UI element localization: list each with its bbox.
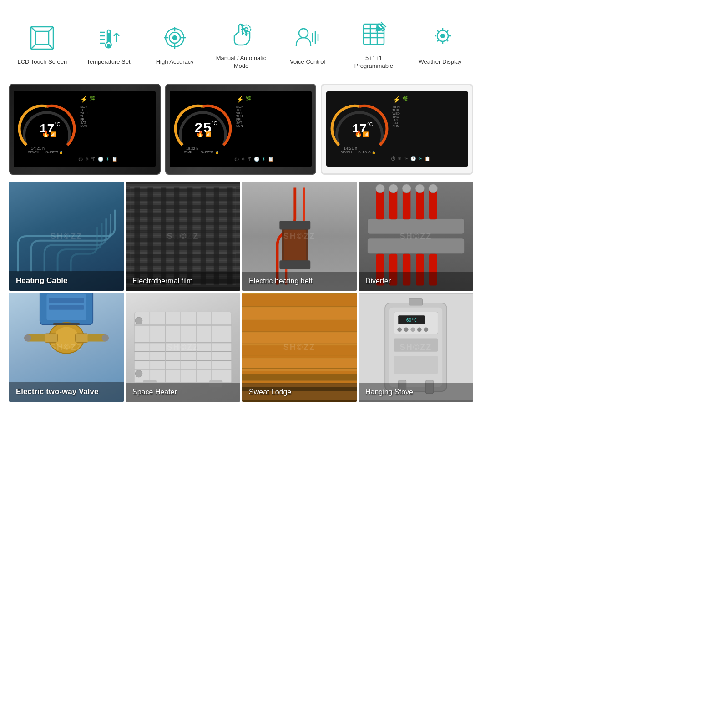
svg-rect-86 bbox=[279, 221, 310, 229]
svg-text:60°C: 60°C bbox=[406, 318, 417, 323]
svg-point-102 bbox=[402, 184, 411, 192]
svg-text:🔒: 🔒 bbox=[215, 150, 219, 154]
feature-temp-label: Temperature Set bbox=[86, 58, 130, 66]
product-sweat-lodge: SH©ZZ Sweat Lodge bbox=[242, 293, 357, 402]
thermostat-dark: 25 °C 18:22 h Set 32°C 🔒 🔥 📶 5%RH ⚡ 🌿 bbox=[165, 84, 317, 175]
thermostats-section: 17 °C 14:21 h Set 28°C 🔒 🔥 📶 57%RH bbox=[9, 84, 473, 175]
weather-icon bbox=[424, 22, 456, 54]
svg-point-24 bbox=[299, 29, 308, 38]
screen-right-dark: ⚡ 🌿 MON TUE WED THU FRI SAT SUN ⏻ bbox=[233, 95, 308, 163]
svg-point-161 bbox=[410, 327, 415, 332]
product-label-heating-cable: Heating Cable bbox=[9, 271, 124, 291]
thermometer-icon bbox=[93, 22, 125, 54]
svg-line-43 bbox=[447, 30, 448, 32]
svg-line-1 bbox=[31, 27, 35, 31]
svg-line-41 bbox=[447, 40, 448, 41]
screen-right-white: ⚡ 🌿 MON TUE WED THU FRI SAT SUN ⏻ bbox=[389, 95, 465, 163]
svg-text:18:22 h: 18:22 h bbox=[186, 147, 198, 151]
feature-accuracy-label: High Accuracy bbox=[156, 58, 194, 66]
svg-point-115 bbox=[24, 334, 31, 342]
svg-point-17 bbox=[173, 36, 177, 40]
product-label-space-heater: Space Heater bbox=[126, 383, 240, 402]
feature-programmable: 5+1+1 Programmable bbox=[346, 18, 401, 70]
svg-text:14:21 h: 14:21 h bbox=[344, 146, 357, 151]
product-label-belt: Electric heating belt bbox=[242, 272, 357, 291]
svg-point-132 bbox=[135, 317, 142, 324]
feature-prog-label: 5+1+1 Programmable bbox=[346, 55, 401, 70]
svg-rect-89 bbox=[367, 238, 464, 254]
svg-text:📶: 📶 bbox=[363, 131, 369, 137]
thermostat-white: 17 °C 14:21 h Set 28°C 🔒 🔥 📶 57%RH ⚡ 🌿 bbox=[321, 84, 473, 175]
svg-rect-108 bbox=[49, 305, 84, 310]
svg-point-104 bbox=[429, 184, 437, 192]
svg-rect-111 bbox=[45, 334, 58, 342]
svg-point-160 bbox=[404, 327, 409, 332]
feature-manual-auto: Manual / Automatic Mode bbox=[214, 18, 268, 70]
svg-text:5%RH: 5%RH bbox=[184, 151, 193, 154]
svg-rect-88 bbox=[367, 218, 464, 234]
lcd-icon bbox=[26, 22, 58, 54]
hand-icon bbox=[225, 18, 257, 50]
svg-rect-107 bbox=[49, 298, 84, 303]
svg-line-2 bbox=[49, 27, 53, 31]
svg-rect-81 bbox=[201, 187, 206, 284]
svg-text:32°C: 32°C bbox=[205, 150, 213, 154]
svg-point-10 bbox=[107, 44, 111, 47]
svg-text:°C: °C bbox=[55, 121, 60, 127]
svg-rect-82 bbox=[214, 187, 219, 284]
svg-rect-72 bbox=[130, 187, 236, 284]
product-heating-belt: SH©ZZ Electric heating belt bbox=[242, 182, 357, 291]
svg-rect-168 bbox=[394, 356, 438, 374]
feature-weather-label: Weather Display bbox=[418, 58, 461, 66]
feature-accuracy: High Accuracy bbox=[147, 22, 202, 66]
product-label-valve: Electric two-way Valve bbox=[9, 382, 124, 402]
svg-text:🔥: 🔥 bbox=[42, 130, 50, 138]
svg-text:🔥: 🔥 bbox=[196, 130, 204, 138]
svg-rect-80 bbox=[187, 187, 193, 284]
product-label-diverter: Diverter bbox=[359, 272, 473, 291]
products-grid: SH©ZZ Heating Cable SH©ZZ bbox=[9, 182, 473, 402]
thermostat-black: 17 °C 14:21 h Set 28°C 🔒 🔥 📶 57%RH bbox=[9, 84, 161, 175]
screen-right-black: ⚡ 🌿 MON TUE WED THU FRI SAT SUN bbox=[76, 95, 152, 163]
product-diverter: SH©ZZ Diverter bbox=[359, 182, 473, 291]
svg-point-44 bbox=[440, 34, 445, 38]
svg-text:°C: °C bbox=[212, 121, 217, 126]
svg-text:🔒: 🔒 bbox=[372, 150, 376, 154]
svg-rect-76 bbox=[134, 187, 140, 284]
svg-rect-112 bbox=[75, 334, 88, 342]
svg-rect-77 bbox=[147, 187, 153, 284]
svg-rect-151 bbox=[242, 374, 357, 380]
svg-text:📶: 📶 bbox=[205, 131, 212, 137]
feature-temp-set: Temperature Set bbox=[81, 22, 136, 66]
svg-line-42 bbox=[437, 40, 439, 41]
svg-text:🔥: 🔥 bbox=[354, 130, 363, 138]
feature-weather: Weather Display bbox=[413, 22, 467, 66]
screen-black: 17 °C 14:21 h Set 28°C 🔒 🔥 📶 57%RH bbox=[14, 91, 156, 167]
feature-lcd-label: LCD Touch Screen bbox=[17, 58, 67, 66]
svg-point-159 bbox=[397, 327, 402, 332]
product-space-heater: SH©ZZ Space Heater bbox=[126, 293, 240, 402]
svg-rect-11 bbox=[107, 33, 110, 42]
svg-text:57%RH: 57%RH bbox=[28, 151, 39, 154]
svg-rect-167 bbox=[394, 338, 438, 351]
svg-text:14:21 h: 14:21 h bbox=[31, 146, 45, 151]
svg-rect-87 bbox=[279, 260, 310, 269]
svg-point-162 bbox=[417, 327, 422, 332]
svg-point-133 bbox=[135, 370, 142, 377]
product-electrothermal: SH©ZZ Electrot bbox=[126, 182, 240, 291]
svg-rect-28 bbox=[364, 24, 384, 45]
svg-text:57%RH: 57%RH bbox=[341, 151, 352, 154]
svg-text:28°C: 28°C bbox=[363, 150, 371, 154]
svg-point-103 bbox=[415, 184, 424, 192]
gauge-dark: 25 °C 18:22 h Set 32°C 🔒 🔥 📶 5%RH bbox=[173, 100, 233, 159]
svg-line-40 bbox=[437, 30, 439, 32]
product-heating-cable: SH©ZZ Heating Cable bbox=[9, 182, 124, 291]
feature-voice: Voice Control bbox=[280, 22, 335, 66]
product-valve: SH©ZZ Electric two-way Valve bbox=[9, 293, 124, 402]
svg-rect-83 bbox=[227, 187, 233, 284]
svg-point-163 bbox=[424, 327, 428, 332]
product-hanging-stove: 60°C SH©ZZ Ha bbox=[359, 293, 473, 402]
product-label-film: Electrothermal film bbox=[126, 272, 240, 291]
svg-point-116 bbox=[102, 334, 109, 342]
product-label-stove: Hanging Stove bbox=[359, 383, 473, 402]
